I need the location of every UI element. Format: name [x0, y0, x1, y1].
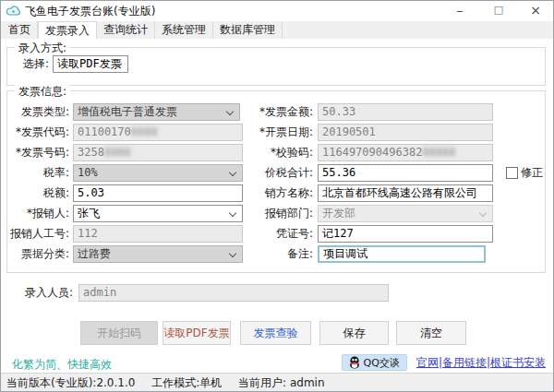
status-bar: 当前版本(专业版):2.0.1.0 工作模式:单机 当前用户: admin — [1, 373, 553, 392]
invoice-code-field: 011001708888 — [73, 124, 243, 141]
minimize-button[interactable]: – — [446, 1, 474, 21]
invoice-date-label: *开票日期: — [250, 124, 313, 141]
footer-links: QQ交谈 官网|备用链接|根证书安装 — [342, 354, 546, 371]
tab-bar: 首页 发票录入 查询统计 系统管理 数据库管理 — [1, 21, 553, 39]
maximize-button[interactable]: □ — [485, 1, 512, 21]
tab-database-mgmt[interactable]: 数据库管理 — [213, 21, 283, 39]
chevron-down-icon — [479, 209, 487, 217]
tab-system-mgmt[interactable]: 系统管理 — [155, 21, 213, 39]
qq-chat-button[interactable]: QQ交谈 — [342, 354, 407, 371]
amount-label: *发票金额: — [250, 103, 313, 121]
title-bar: 飞鱼电子发票台账(专业版) – □ × — [1, 1, 553, 21]
tab-invoice-entry[interactable]: 发票录入 — [38, 21, 97, 39]
invoice-info-title: 发票信息: — [15, 84, 70, 100]
department-label: 报销部门: — [250, 205, 313, 222]
redacted-text: 88888 — [422, 146, 455, 159]
seller-name-field[interactable]: 北京首都环线高速公路有限公司 — [318, 184, 493, 202]
tax-rate-select[interactable]: 10% — [73, 164, 243, 182]
total-label: 价税合计: — [250, 164, 313, 182]
tagline: 化繁为简、快捷高效 — [12, 357, 112, 373]
save-button[interactable]: 保存 — [319, 321, 389, 345]
app-window: 飞鱼电子发票台账(专业版) – □ × 首页 发票录入 查询统计 系统管理 数据… — [0, 0, 554, 392]
invoice-date-field: 20190501 — [318, 124, 493, 141]
invoice-verify-button[interactable]: 发票查验 — [240, 321, 311, 345]
seller-name-label: 销方名称: — [250, 184, 313, 202]
tax-amount-field[interactable]: 5.03 — [73, 184, 243, 202]
chevron-down-icon — [226, 108, 234, 115]
status-work-mode: 工作模式:单机 — [151, 376, 222, 389]
link-backup[interactable]: 备用链接 — [442, 356, 487, 369]
remark-label: 备注: — [250, 245, 313, 263]
status-version: 当前版本(专业版):2.0.1.0 — [6, 376, 135, 389]
amount-field: 50.33 — [318, 103, 493, 121]
qq-penguin-icon — [349, 356, 360, 369]
voucher-no-label: 凭证号: — [250, 225, 313, 243]
chevron-down-icon — [229, 250, 236, 257]
tab-home[interactable]: 首页 — [1, 21, 38, 39]
window-title: 飞鱼电子发票台账(专业版) — [25, 4, 155, 18]
reimburser-select[interactable]: 张飞 — [73, 205, 243, 222]
app-icon — [6, 5, 20, 19]
reimburser-id-label: 报销人工号: — [3, 225, 69, 243]
invoice-number-label: *发票号码: — [3, 144, 69, 161]
link-official-site[interactable]: 官网 — [416, 356, 439, 369]
entry-user-field: admin — [78, 284, 389, 302]
check-code-field: 11649709049638288888 — [318, 144, 493, 161]
department-select: 开发部 — [318, 205, 493, 222]
reimburser-label: *报销人: — [3, 205, 69, 222]
invoice-code-label: *发票代码: — [3, 124, 69, 141]
invoice-type-select: 增值税电子普通发票 — [73, 103, 240, 121]
correction-checkbox[interactable] — [506, 167, 518, 179]
link-root-cert[interactable]: 根证书安装 — [490, 356, 546, 369]
clear-button[interactable]: 清空 — [396, 321, 466, 345]
status-current-user: 当前用户: admin — [238, 376, 324, 389]
start-scan-button: 开始扫码 — [80, 321, 158, 345]
redacted-text: 8888 — [104, 146, 131, 159]
voucher-no-field[interactable]: 记127 — [318, 225, 493, 243]
redacted-text: 8888 — [131, 125, 158, 138]
tab-query-stats[interactable]: 查询统计 — [97, 21, 155, 39]
chevron-down-icon — [229, 209, 236, 217]
total-field[interactable]: 55.36 — [318, 164, 493, 182]
reimburser-id-field: 112 — [73, 225, 243, 243]
read-pdf-button[interactable]: 读取PDF发票 — [163, 321, 231, 345]
entry-user-label: 录入人员: — [6, 284, 73, 302]
ticket-category-select[interactable]: 过路费 — [73, 245, 243, 263]
remark-field[interactable]: 项目调试 — [318, 245, 486, 263]
entry-mode-select[interactable]: 读取PDF发票 — [53, 55, 128, 73]
chevron-down-icon — [229, 169, 236, 176]
invoice-type-label: 发票类型: — [3, 103, 69, 121]
tax-rate-label: 税率: — [3, 164, 69, 182]
entry-mode-title: 录入方式: — [15, 41, 70, 56]
close-button[interactable]: × — [522, 1, 549, 21]
correction-label: 修正 — [521, 164, 547, 182]
ticket-category-label: 票据分类: — [3, 245, 69, 263]
tax-amount-label: 税额: — [3, 184, 69, 202]
invoice-number-field: 32588888 — [73, 144, 243, 161]
entry-mode-select-label: 选择: — [3, 55, 49, 73]
check-code-label: *校验码: — [250, 144, 313, 161]
